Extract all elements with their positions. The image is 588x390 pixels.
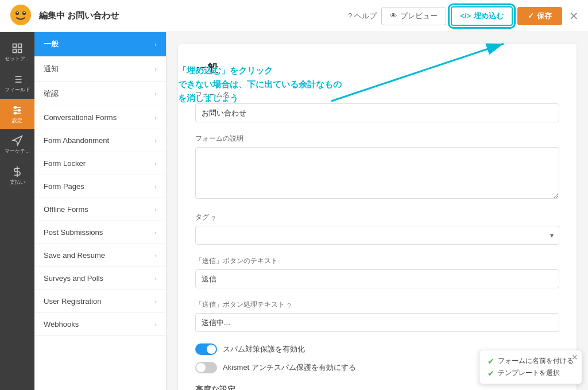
sidebar-item-form-locker[interactable]: Form Locker › [34,152,166,175]
check-icon-0: ✔ [488,357,494,366]
content-panel: 一般 フォーム名 フォームの説明 タグ ? [178,44,577,390]
chevron-icon: › [154,137,157,144]
form-desc-input[interactable] [195,147,559,199]
checklist-item-0: ✔ フォームに名前を付ける [488,356,574,366]
svg-rect-8 [18,49,22,53]
chevron-icon: › [154,321,157,328]
sidebar-item-save-resume[interactable]: Save and Resume › [34,244,166,267]
sidebar-item-setup[interactable]: セットア... [0,37,34,68]
svg-point-4 [24,11,25,13]
chevron-icon: › [154,65,157,72]
settings-sidebar: 一般 › 通知 › 確認 › Conversational Forms › Fo… [34,32,167,390]
panel-title: 一般 [195,61,559,76]
preview-button[interactable]: 👁 プレビュー [381,7,446,25]
chevron-icon: › [154,298,157,305]
sidebar-item-surveys-polls[interactable]: Surveys and Polls › [34,267,166,290]
spam-toggle-label: スパム対策保護を有効化 [223,344,305,354]
svg-point-3 [17,11,18,13]
sidebar-item-form-abandonment[interactable]: Form Abandonment › [34,129,166,152]
svg-point-19 [18,109,20,111]
form-desc-label: フォームの説明 [195,134,559,144]
sidebar-item-form-pages[interactable]: Form Pages › [34,175,166,198]
tags-help-icon: ? [211,215,215,223]
icon-nav: セットア... フィールド 設定 マーケテ... 支払い [0,32,34,390]
sidebar-item-fields[interactable]: フィールド [0,68,34,99]
close-button[interactable]: ✕ [569,9,579,23]
submit-text-group: 「送信」ボタンのテキスト [195,256,559,288]
sidebar-item-settings[interactable]: 設定 [0,99,34,130]
checklist-close-button[interactable]: ✕ [571,353,578,362]
chevron-icon: › [154,90,157,97]
logo [9,3,32,29]
submit-text-label: 「送信」ボタンのテキスト [195,256,559,266]
check-icon: ✓ [528,11,534,20]
chevron-icon: › [154,183,157,190]
svg-rect-6 [18,44,22,48]
help-button[interactable]: ? ヘルプ [348,11,377,21]
sidebar-item-user-registration[interactable]: User Registration › [34,290,166,313]
svg-point-18 [14,106,16,108]
form-name-group: フォーム名 [195,90,559,122]
sidebar-item-webhooks[interactable]: Webhooks › [34,313,166,336]
sidebar-item-general[interactable]: 一般 › [34,32,166,57]
content-area: 「埋め込む」をクリック できない場合は、下に出ている余計なもの を消しましょう … [167,32,588,390]
tags-select[interactable] [195,226,559,245]
sidebar-item-payments[interactable]: 支払い [0,160,34,191]
sidebar-item-marketing[interactable]: マーケテ... [0,129,34,160]
checklist-item-1: ✔ テンプレートを選択 [488,368,574,378]
submit-text-input[interactable] [195,269,559,288]
main-layout: セットア... フィールド 設定 マーケテ... 支払い 一般 › 通知 › [0,32,588,390]
submit-processing-label: 「送信」ボタン処理テキスト [195,300,285,310]
tags-select-wrap [195,226,559,245]
chevron-icon: › [154,114,157,121]
submit-processing-group: 「送信」ボタン処理テキスト ? [195,300,559,332]
tags-group: タグ ? [195,213,559,245]
spam-toggle[interactable] [195,343,217,355]
form-name-label: フォーム名 [195,90,559,100]
save-button[interactable]: ✓ 保存 [517,7,562,25]
chevron-icon: › [154,229,157,236]
form-name-input[interactable] [195,103,559,122]
code-icon: </> [460,11,471,20]
chevron-icon: › [154,275,157,282]
topbar-actions: ? ヘルプ 👁 プレビュー </> 埋め込む ✓ 保存 ✕ [348,6,579,26]
svg-point-0 [10,5,31,25]
topbar: 編集中 お問い合わせ ? ヘルプ 👁 プレビュー </> 埋め込む ✓ 保存 ✕ [0,0,588,32]
tags-label: タグ [195,213,209,222]
akismet-toggle[interactable] [195,362,217,373]
embed-button[interactable]: </> 埋め込む [451,6,513,26]
sidebar-item-offline-forms[interactable]: Offline Forms › [34,198,166,221]
submit-processing-input[interactable] [195,313,559,332]
advanced-title: 高度な設定 [195,385,559,390]
svg-point-20 [14,112,16,114]
eye-icon: 👁 [390,11,397,20]
sidebar-item-notifications[interactable]: 通知 › [34,57,166,82]
processing-help-icon: ? [287,302,291,310]
chevron-icon: › [154,206,157,213]
svg-rect-7 [13,49,17,53]
chevron-icon: › [154,160,157,167]
topbar-title: 編集中 お問い合わせ [39,10,341,21]
form-desc-group: フォームの説明 [195,134,559,201]
check-icon-1: ✔ [488,369,494,378]
sidebar-item-confirmation[interactable]: 確認 › [34,82,166,106]
checklist-panel: ✕ ✔ フォームに名前を付ける ✔ テンプレートを選択 [479,350,582,384]
help-icon: ? [348,11,352,20]
svg-rect-5 [13,44,17,48]
sidebar-item-conversational[interactable]: Conversational Forms › [34,106,166,129]
chevron-icon: › [154,41,157,48]
sidebar-item-post-submissions[interactable]: Post Submissions › [34,221,166,244]
akismet-toggle-label: Akismet アンチスパム保護を有効にする [223,362,356,373]
chevron-icon: › [154,252,157,259]
